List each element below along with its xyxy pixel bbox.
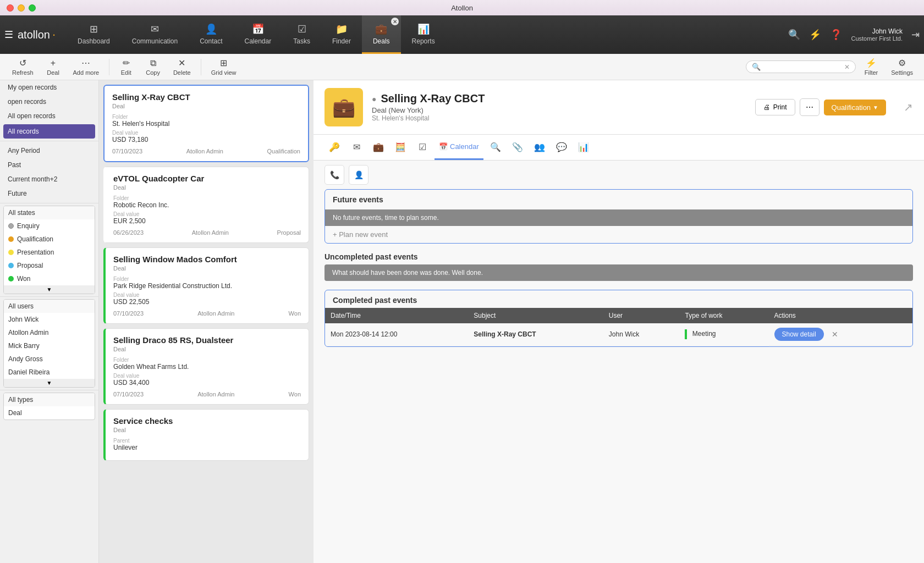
detail-header: 💼 ● Selling X-Ray CBCT Deal (New York) S…: [314, 80, 924, 135]
minimize-button[interactable]: [18, 4, 25, 12]
tab-calc[interactable]: 🧮: [391, 138, 410, 158]
sidebar-item-my-open-records[interactable]: My open records: [0, 80, 98, 95]
user-andy-gross[interactable]: Andy Gross: [4, 352, 95, 366]
detail-icon: 💼: [324, 88, 363, 126]
deal-label: Deal: [47, 69, 59, 76]
enquiry-dot: [8, 223, 14, 229]
future-events-title: Future events: [325, 190, 912, 209]
sidebar-period-any[interactable]: Any Period: [0, 143, 98, 158]
add-more-button[interactable]: ⋯ Add more: [68, 56, 105, 78]
states-header[interactable]: All states: [4, 206, 95, 219]
tab-check[interactable]: ☑: [413, 138, 432, 158]
maximize-button[interactable]: [29, 4, 36, 12]
nav-items: ⊞ Dashboard ✉ Communication 👤 Contact 📅 …: [67, 15, 788, 54]
sidebar-item-open-records[interactable]: open records: [0, 95, 98, 109]
close-button[interactable]: [7, 4, 14, 12]
sidebar-item-all-records[interactable]: All records: [3, 124, 95, 139]
sidebar-item-all-open-records[interactable]: All open records: [0, 109, 98, 123]
tab-key[interactable]: 🔑: [324, 138, 344, 158]
nav-item-communication[interactable]: ✉ Communication: [121, 15, 189, 54]
user-mick-barry[interactable]: Mick Barry: [4, 339, 95, 352]
grid-view-button[interactable]: ⊞ Grid view: [206, 56, 242, 78]
tab-chart[interactable]: 📊: [574, 138, 593, 158]
tab-briefcase[interactable]: 💼: [369, 138, 388, 158]
sidebar-period-future[interactable]: Future: [0, 186, 98, 201]
users-scroll-down[interactable]: ▼: [4, 379, 95, 387]
status-button[interactable]: Qualification ▼: [824, 100, 886, 115]
users-header[interactable]: All users: [4, 300, 95, 313]
nav-item-contact[interactable]: 👤 Contact: [189, 15, 233, 54]
type-deal[interactable]: Deal: [4, 406, 95, 420]
filter-button[interactable]: ⚡ Filter: [860, 56, 882, 78]
more-button[interactable]: ⋯: [800, 98, 820, 116]
enquiry-label: Enquiry: [17, 222, 40, 230]
tab-email[interactable]: ✉: [346, 138, 366, 158]
filter-enquiry[interactable]: Enquiry: [4, 219, 95, 233]
types-label: All types: [8, 396, 33, 404]
search-nav-icon[interactable]: 🔍: [788, 29, 800, 41]
nav-item-deals[interactable]: 💼 Deals ✕: [362, 15, 401, 54]
won-dot: [8, 276, 14, 282]
sub-tab-person[interactable]: 👤: [349, 165, 369, 185]
tab-calendar[interactable]: 📅 Calendar: [435, 135, 483, 160]
settings-button[interactable]: ⚙ Settings: [887, 56, 917, 78]
record-card-5[interactable]: Service checks Deal Parent Unilever: [103, 409, 309, 461]
window-controls[interactable]: [7, 4, 36, 12]
detail-panel: 💼 ● Selling X-Ray CBCT Deal (New York) S…: [314, 80, 924, 563]
show-detail-button[interactable]: Show detail: [774, 328, 824, 341]
record-card-3[interactable]: Selling Window Mados Comfort Deal Folder…: [103, 247, 309, 324]
record-type-5: Deal: [113, 427, 301, 433]
tab-attach[interactable]: 📎: [508, 138, 527, 158]
sidebar-separator-2: [0, 203, 98, 203]
types-header[interactable]: All types: [4, 393, 95, 406]
logout-icon[interactable]: ⇥: [911, 29, 920, 41]
refresh-button[interactable]: ↺ Refresh: [7, 56, 39, 78]
nav-item-tasks[interactable]: ☑ Tasks: [282, 15, 321, 54]
edit-button[interactable]: ✏ Edit: [114, 56, 138, 78]
printer-icon: 🖨: [763, 103, 770, 111]
filter-won[interactable]: Won: [4, 272, 95, 285]
user-john-wick[interactable]: John Wick: [4, 313, 95, 326]
deals-close-icon[interactable]: ✕: [391, 18, 399, 25]
lightning-icon[interactable]: ⚡: [809, 29, 821, 41]
record-folder-4: Golden Wheat Farms Ltd.: [113, 363, 301, 371]
tab-search[interactable]: 🔍: [486, 138, 505, 158]
plan-new-event-button[interactable]: + Plan new event: [325, 226, 912, 243]
detail-edit-icon[interactable]: ↗: [904, 101, 913, 114]
copy-button[interactable]: ⧉ Copy: [140, 56, 166, 78]
filter-proposal[interactable]: Proposal: [4, 259, 95, 272]
user-menu[interactable]: John Wick Customer First Ltd.: [851, 27, 903, 42]
record-folder-label-2: Folder: [113, 195, 301, 201]
record-value-2: EUR 2,500: [113, 217, 301, 225]
sidebar-period-past[interactable]: Past: [0, 158, 98, 172]
sidebar-period-current[interactable]: Current month+2: [0, 172, 98, 186]
communication-icon: ✉: [151, 23, 159, 35]
delete-button[interactable]: ✕ Delete: [168, 56, 196, 78]
tab-people[interactable]: 👥: [530, 138, 549, 158]
calendar-tab-icon: 📅: [439, 142, 448, 151]
deal-button[interactable]: + Deal: [41, 56, 65, 78]
nav-item-calendar[interactable]: 📅 Calendar: [234, 15, 283, 54]
search-input[interactable]: [764, 63, 841, 71]
nav-item-finder[interactable]: 📁 Finder: [321, 15, 362, 54]
filter-presentation[interactable]: Presentation: [4, 246, 95, 259]
help-icon[interactable]: ❓: [830, 29, 842, 41]
col-type-of-work: Type of work: [679, 308, 768, 323]
sub-tab-phone[interactable]: 📞: [324, 165, 344, 185]
print-button[interactable]: 🖨 Print: [755, 99, 795, 115]
record-card-2[interactable]: eVTOL Quadcopter Car Deal Folder Robotic…: [103, 167, 309, 243]
user-daniel-ribeira[interactable]: Daniel Ribeira: [4, 366, 95, 379]
states-scroll-down[interactable]: ▼: [4, 285, 95, 294]
search-clear-icon[interactable]: ✕: [844, 63, 850, 71]
tab-chat[interactable]: 💬: [552, 138, 571, 158]
user-atollon-admin[interactable]: Atollon Admin: [4, 326, 95, 339]
nav-item-reports[interactable]: 📊 Reports: [401, 15, 446, 54]
hamburger-menu[interactable]: ☰: [4, 29, 13, 41]
record-date-3: 07/10/2023: [113, 310, 144, 317]
delete-row-button[interactable]: ✕: [828, 329, 842, 340]
filter-qualification[interactable]: Qualification: [4, 233, 95, 246]
nav-item-dashboard[interactable]: ⊞ Dashboard: [67, 15, 121, 54]
record-card-4[interactable]: Selling Draco 85 RS, Dualsteer Deal Fold…: [103, 328, 309, 405]
record-card-1[interactable]: Selling X-Ray CBCT Deal Folder St. Helen…: [103, 85, 309, 162]
edit-icon: ✏: [123, 58, 130, 68]
